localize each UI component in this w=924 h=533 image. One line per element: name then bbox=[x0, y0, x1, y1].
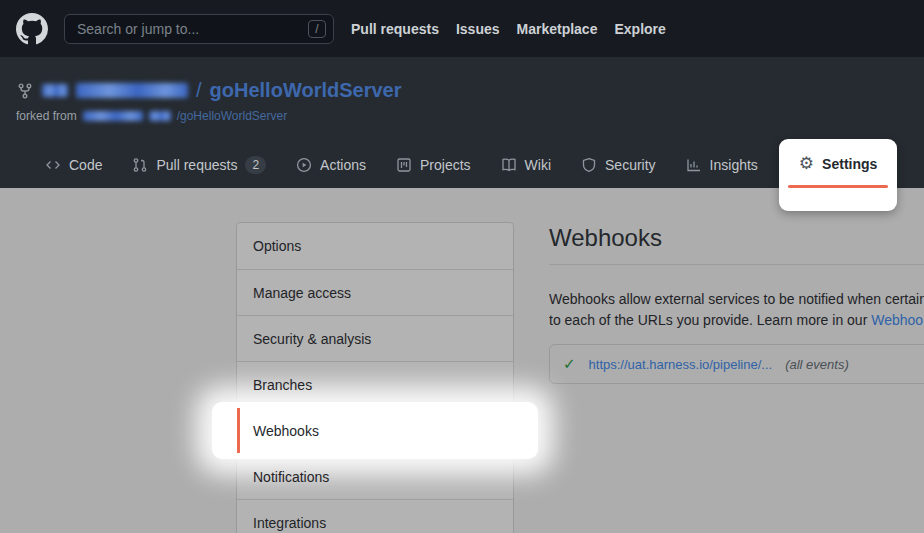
description-line-2: to each of the URLs you provide. Learn m… bbox=[549, 310, 924, 331]
menu-label: Notifications bbox=[253, 469, 329, 485]
code-icon bbox=[45, 157, 61, 173]
tab-pull-requests[interactable]: Pull requests 2 bbox=[117, 142, 281, 188]
top-nav: Search or jump to... / Pull requests Iss… bbox=[0, 0, 924, 57]
gear-icon: ⚙ bbox=[799, 155, 814, 172]
menu-label: Integrations bbox=[253, 515, 326, 531]
graph-icon bbox=[686, 157, 702, 173]
repo-separator: / bbox=[196, 79, 202, 102]
menu-label: Branches bbox=[253, 377, 312, 393]
tab-label: Projects bbox=[420, 157, 471, 173]
menu-label: Options bbox=[253, 238, 301, 254]
search-input[interactable]: Search or jump to... / bbox=[64, 14, 334, 44]
play-icon bbox=[296, 157, 312, 173]
redacted-owner-avatar bbox=[42, 84, 68, 97]
webhook-list-item: ✓ https://uat.harness.io/pipeline/... (a… bbox=[549, 344, 924, 384]
tab-projects[interactable]: Projects bbox=[381, 142, 486, 188]
repo-tabs: Code Pull requests 2 Actions Projects Wi… bbox=[0, 142, 897, 188]
settings-sidebar: Options Manage access Security & analysi… bbox=[236, 222, 514, 533]
tab-label: Pull requests bbox=[156, 157, 237, 173]
redacted-upstream-owner bbox=[83, 111, 143, 121]
repo-forked-icon bbox=[16, 82, 34, 100]
top-nav-links: Pull requests Issues Marketplace Explore bbox=[351, 21, 666, 37]
menu-label: Manage access bbox=[253, 285, 351, 301]
book-icon bbox=[501, 157, 517, 173]
tab-wiki[interactable]: Wiki bbox=[486, 142, 566, 188]
tab-insights[interactable]: Insights bbox=[671, 142, 773, 188]
menu-label: Webhooks bbox=[253, 423, 319, 439]
github-logo-icon[interactable] bbox=[16, 13, 48, 45]
settings-menu-manage-access[interactable]: Manage access bbox=[237, 269, 513, 315]
tab-code[interactable]: Code bbox=[30, 142, 117, 188]
redacted-owner-name bbox=[76, 83, 188, 98]
repo-name-link[interactable]: goHelloWorldServer bbox=[210, 79, 402, 102]
repo-title-row: / goHelloWorldServer bbox=[0, 57, 924, 102]
webhooks-guide-link[interactable]: Webhoo bbox=[871, 312, 923, 328]
settings-content: Options Manage access Security & analysi… bbox=[0, 188, 924, 533]
shield-icon bbox=[581, 157, 597, 173]
tab-label: Actions bbox=[320, 157, 366, 173]
tab-label: Settings bbox=[822, 156, 877, 172]
search-placeholder: Search or jump to... bbox=[77, 15, 333, 43]
tab-settings[interactable]: ⚙ Settings bbox=[799, 139, 877, 188]
project-board-icon bbox=[396, 157, 412, 173]
tab-label: Code bbox=[69, 157, 102, 173]
nav-marketplace[interactable]: Marketplace bbox=[517, 21, 598, 37]
tab-actions[interactable]: Actions bbox=[281, 142, 381, 188]
redacted-upstream-owner-2 bbox=[149, 111, 171, 121]
github-settings-page: Search or jump to... / Pull requests Iss… bbox=[0, 0, 924, 533]
nav-explore[interactable]: Explore bbox=[614, 21, 665, 37]
menu-label: Security & analysis bbox=[253, 331, 371, 347]
slash-key-hint: / bbox=[308, 20, 326, 38]
webhook-events-label: (all events) bbox=[785, 357, 849, 372]
check-icon: ✓ bbox=[563, 355, 576, 373]
nav-pull-requests[interactable]: Pull requests bbox=[351, 21, 439, 37]
tab-security[interactable]: Security bbox=[566, 142, 671, 188]
pull-request-icon bbox=[132, 157, 148, 173]
settings-menu-security-analysis[interactable]: Security & analysis bbox=[237, 315, 513, 361]
active-menu-indicator bbox=[237, 408, 240, 453]
active-tab-underline bbox=[788, 185, 888, 188]
settings-menu-branches[interactable]: Branches bbox=[237, 361, 513, 407]
settings-menu-webhooks[interactable]: Webhooks bbox=[237, 407, 513, 453]
forked-from-label: forked from bbox=[16, 109, 77, 123]
upstream-repo-link[interactable]: /goHelloWorldServer bbox=[177, 109, 288, 123]
settings-menu-options[interactable]: Options bbox=[237, 223, 513, 269]
tab-label: Insights bbox=[710, 157, 758, 173]
tab-label: Security bbox=[605, 157, 656, 173]
page-title: Webhooks bbox=[549, 224, 924, 252]
settings-menu-integrations[interactable]: Integrations bbox=[237, 499, 513, 533]
tab-label: Wiki bbox=[525, 157, 551, 173]
webhook-url-link[interactable]: https://uat.harness.io/pipeline/... bbox=[589, 357, 773, 372]
description-line-1: Webhooks allow external services to be n… bbox=[549, 289, 924, 310]
webhooks-description: Webhooks allow external services to be n… bbox=[549, 289, 924, 331]
tab-settings-spotlight: ⚙ Settings bbox=[779, 139, 897, 211]
title-divider bbox=[549, 264, 924, 265]
pull-requests-count-badge: 2 bbox=[245, 156, 266, 174]
webhooks-panel: Webhooks Webhooks allow external service… bbox=[549, 224, 924, 384]
repo-header: / goHelloWorldServer forked from /goHell… bbox=[0, 57, 924, 188]
forked-from-row: forked from /goHelloWorldServer bbox=[0, 109, 924, 123]
nav-issues[interactable]: Issues bbox=[456, 21, 500, 37]
settings-menu-notifications[interactable]: Notifications bbox=[237, 453, 513, 499]
